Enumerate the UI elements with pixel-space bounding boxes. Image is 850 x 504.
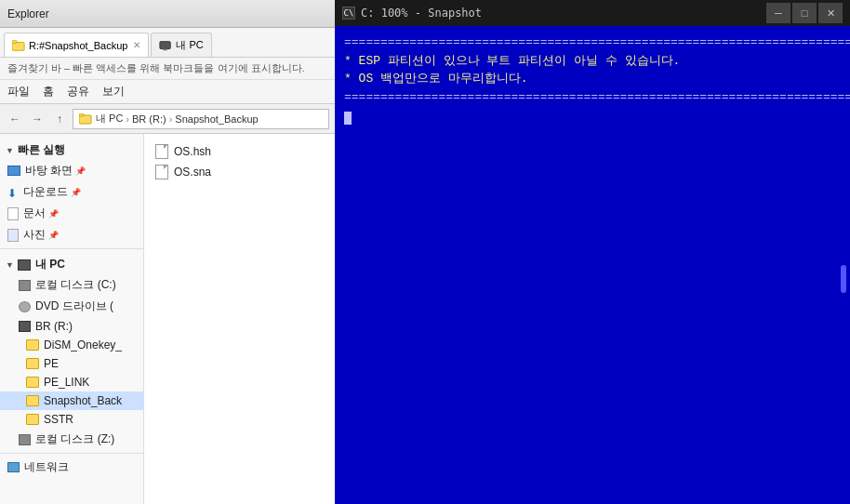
sidebar-item-dism[interactable]: DiSM_Onekey_: [0, 336, 143, 354]
br-drive-icon: [19, 321, 31, 332]
sidebar-item-desktop[interactable]: 바탕 화면 📌: [0, 160, 143, 181]
pc-section-icon: [18, 259, 31, 271]
cmd-body[interactable]: ========================================…: [335, 26, 850, 504]
disk-z-icon: [19, 434, 31, 445]
sidebar-item-pe-link[interactable]: PE_LINK: [0, 373, 143, 391]
photo-icon: [7, 229, 19, 242]
ribbon-file[interactable]: 파일: [7, 84, 30, 99]
svg-rect-3: [164, 48, 167, 50]
sidebar-item-snapshot[interactable]: Snapshot_Back: [0, 391, 143, 410]
tab-snapshot-backup[interactable]: R:#Snapshot_Backup ✕: [4, 33, 149, 57]
network-icon: [7, 462, 20, 472]
sidebar-item-downloads[interactable]: ⬇ 다운로드 📌: [0, 181, 143, 203]
svg-rect-2: [160, 41, 170, 48]
dvd-icon: [19, 301, 31, 312]
sidebar-item-dvd[interactable]: DVD 드라이브 (: [0, 296, 143, 317]
cmd-controls: ─ □ ✕: [766, 3, 843, 23]
back-button[interactable]: ←: [6, 110, 24, 128]
address-path[interactable]: 내 PC › BR (R:) › Snapshot_Backup: [73, 109, 329, 129]
sidebar: ▼ 빠른 실행 바탕 화면 📌 ⬇ 다운로드 📌 문서 📌 사진 �: [0, 134, 144, 504]
file-item-ossna[interactable]: OS.sna: [144, 162, 335, 182]
svg-rect-1: [12, 40, 17, 43]
pin-icon: 📌: [75, 166, 86, 176]
tabs-bar: R:#Snapshot_Backup ✕ 내 PC: [0, 28, 335, 58]
quick-access-section[interactable]: ▼ 빠른 실행: [0, 138, 143, 160]
pin-icon-dl: 📌: [71, 188, 81, 197]
my-pc-section[interactable]: ▼ 내 PC: [0, 252, 143, 274]
scroll-indicator[interactable]: [841, 265, 846, 293]
cmd-window: C\ C: 100% - Snapshot ─ □ ✕ ============…: [335, 0, 850, 504]
explorer-window: Explorer R:#Snapshot_Backup ✕ 내 PC 즐겨찾기 …: [0, 0, 335, 504]
svg-rect-5: [79, 113, 84, 116]
sidebar-divider-2: [0, 453, 143, 454]
sidebar-item-br[interactable]: BR (R:): [0, 317, 143, 336]
cmd-maximize-btn[interactable]: □: [792, 3, 817, 23]
folder-sstr-icon: [26, 414, 39, 425]
up-button[interactable]: ↑: [50, 110, 69, 128]
folder-dism-icon: [26, 339, 39, 351]
cmd-title-bar: C\ C: 100% - Snapshot ─ □ ✕: [335, 0, 850, 26]
forward-button[interactable]: →: [28, 110, 46, 128]
folder-snapshot-icon: [26, 395, 39, 406]
desktop-icon: [7, 166, 20, 176]
address-bar: ← → ↑ 내 PC › BR (R:) › Snapshot_Backup: [0, 104, 335, 134]
pin-icon-doc: 📌: [48, 209, 59, 219]
file-pane: OS.hsh OS.sna: [144, 134, 335, 504]
pc-icon: [159, 39, 172, 52]
cmd-close-btn[interactable]: ✕: [818, 3, 843, 23]
cmd-line-warning2: * OS 백업만으로 마무리합니다.: [344, 70, 841, 88]
explorer-title: Explorer: [7, 7, 327, 20]
folder-pe-icon: [26, 358, 39, 369]
explorer-body: ▼ 빠른 실행 바탕 화면 📌 ⬇ 다운로드 📌 문서 📌 사진 �: [0, 134, 335, 504]
tab-close-btn[interactable]: ✕: [133, 40, 140, 50]
cmd-title-icon: C\: [342, 7, 355, 20]
cmd-cursor: [344, 112, 352, 125]
sidebar-item-disk-z[interactable]: 로컬 디스크 (Z:): [0, 429, 143, 450]
explorer-title-bar: Explorer: [0, 0, 335, 28]
download-icon: ⬇: [7, 187, 19, 198]
file-osh-icon: [155, 144, 168, 159]
cmd-title-text: C: 100% - Snapshot: [361, 7, 766, 20]
bookmark-bar: 즐겨찾기 바 – 빠른 액세스를 위해 북마크들을 여기에 표시합니다.: [0, 58, 335, 80]
ribbon-share[interactable]: 공유: [67, 84, 89, 99]
sidebar-item-sstr[interactable]: SSTR: [0, 410, 143, 429]
disk-c-icon: [19, 280, 31, 291]
sidebar-item-documents[interactable]: 문서 📌: [0, 203, 143, 224]
cmd-line-sep2: ========================================…: [344, 88, 841, 107]
file-ossna-icon: [155, 165, 168, 179]
cmd-minimize-btn[interactable]: ─: [766, 3, 790, 23]
ribbon: 파일 홈 공유 보기: [0, 80, 335, 104]
cmd-line-sep1: ========================================…: [344, 33, 841, 52]
sidebar-item-network[interactable]: 네트워크: [0, 457, 143, 478]
pin-icon-photo: 📌: [48, 231, 59, 240]
sidebar-item-photos[interactable]: 사진 📌: [0, 224, 143, 245]
folder-icon: [12, 39, 25, 52]
ribbon-home[interactable]: 홈: [43, 84, 54, 99]
folder-address-icon: [79, 113, 92, 125]
doc-icon: [7, 207, 19, 220]
folder-pelink-icon: [26, 377, 39, 388]
cmd-line-warning1: * ESP 파티션이 있으나 부트 파티션이 아닐 수 있습니다.: [344, 52, 841, 71]
sidebar-divider-1: [0, 248, 143, 249]
ribbon-view[interactable]: 보기: [102, 84, 125, 99]
file-item-osh[interactable]: OS.hsh: [144, 141, 335, 162]
sidebar-item-disk-c[interactable]: 로컬 디스크 (C:): [0, 274, 143, 296]
cmd-line-cursor: [344, 106, 841, 125]
tab-my-pc[interactable]: 내 PC: [151, 33, 211, 57]
sidebar-item-pe[interactable]: PE: [0, 354, 143, 373]
